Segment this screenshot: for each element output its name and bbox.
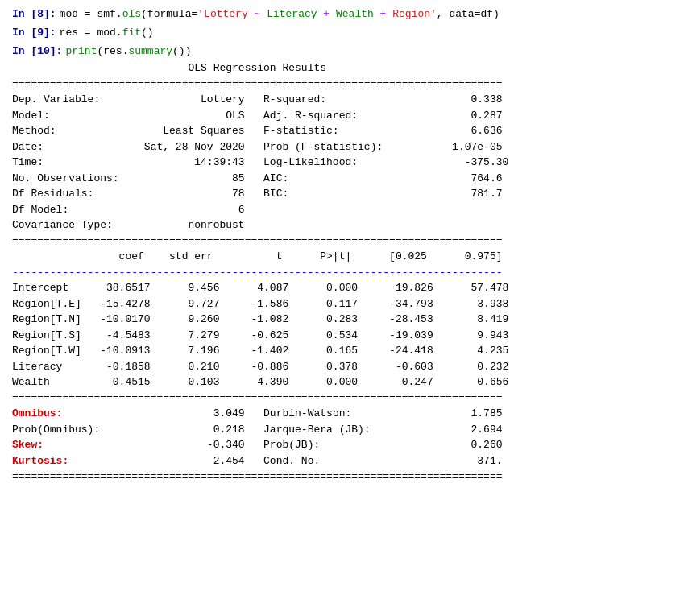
data-row-literacy: Literacy -0.1858 0.210 -0.886 0.378 -0.6… <box>12 359 672 375</box>
stats-row-0: Omnibus: 3.049 Durbin-Watson: 1.785 <box>12 406 672 422</box>
data-row-wealth: Wealth 0.4515 0.103 4.390 0.000 0.247 0.… <box>12 374 672 391</box>
cell-9: In [9]: res = mod.fit() <box>12 27 672 39</box>
data-row-region-n: Region[T.N] -10.0170 9.260 -1.082 0.283 … <box>12 312 672 328</box>
data-row-intercept: Intercept 38.6517 9.456 4.087 0.000 19.8… <box>12 280 672 296</box>
cell-9-code: res = mod.fit() <box>60 27 154 39</box>
cell-10-label: In [10]: <box>12 45 62 57</box>
stats-row-2: Skew: -0.340 Prob(JB): 0.260 <box>12 437 672 453</box>
data-row-region-e: Region[T.E] -15.4278 9.727 -1.586 0.117 … <box>12 296 672 312</box>
stat-row-3: Date: Sat, 28 Nov 2020 Prob (F-statistic… <box>12 139 672 155</box>
stat-row-6: Df Residuals: 78 BIC: 781.7 <box>12 186 672 202</box>
stat-row-8: Covariance Type: nonrobust <box>12 217 672 234</box>
eq-line-final: ========================================… <box>12 469 672 485</box>
col-headers: coef std err t P>|t| [0.025 0.975] <box>12 249 672 265</box>
eq-line-bottom: ========================================… <box>12 391 672 407</box>
cell-10-code: print(res.summary()) <box>65 45 191 57</box>
cell-8-label: In [8]: <box>12 8 56 20</box>
stats-row-3: Kurtosis: 2.454 Cond. No. 371. <box>12 453 672 469</box>
stat-row-5: No. Observations: 85 AIC: 764.6 <box>12 171 672 187</box>
stat-row-7: Df Model: 6 <box>12 202 672 218</box>
output-block: OLS Regression Results =================… <box>12 60 672 485</box>
stat-row-2: Method: Least Squares F-statistic: 6.636 <box>12 123 672 139</box>
eq-line-mid: ========================================… <box>12 234 672 250</box>
inner-dash: ----------------------------------------… <box>12 265 672 281</box>
stats-row-1: Prob(Omnibus): 0.218 Jarque-Bera (JB): 2… <box>12 422 672 438</box>
eq-line-top: ========================================… <box>12 76 672 93</box>
cell-10: In [10]: print(res.summary()) OLS Regres… <box>12 45 672 485</box>
cell-8: In [8]: mod = smf.ols(formula='Lottery ~… <box>12 8 672 20</box>
cell-9-label: In [9]: <box>12 27 56 39</box>
title-line: OLS Regression Results <box>12 60 672 76</box>
stat-row-4: Time: 14:39:43 Log-Likelihood: -375.30 <box>12 155 672 171</box>
stat-row-1: Model: OLS Adj. R-squared: 0.287 <box>12 108 672 124</box>
data-row-region-s: Region[T.S] -4.5483 7.279 -0.625 0.534 -… <box>12 328 672 344</box>
data-row-region-w: Region[T.W] -10.0913 7.196 -1.402 0.165 … <box>12 343 672 359</box>
stat-row-0: Dep. Variable: Lottery R-squared: 0.338 <box>12 92 672 108</box>
cell-8-code: mod = smf.ols(formula='Lottery ~ Literac… <box>60 8 500 20</box>
